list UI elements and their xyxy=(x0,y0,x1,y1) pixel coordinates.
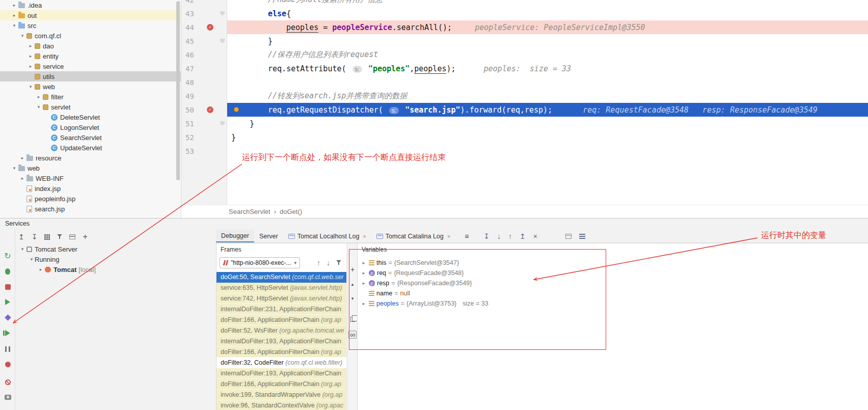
thread-dropdown[interactable]: "http-nio-8080-exec-... ▾ xyxy=(220,257,300,268)
chevron-right-icon[interactable]: ▸ xyxy=(361,281,367,286)
layout-menu-icon[interactable]: ≡ xyxy=(465,233,469,240)
show-watches-button[interactable]: ∞ xyxy=(347,331,358,339)
tree-item-servlet[interactable]: ▾servlet xyxy=(0,102,181,112)
frame-row[interactable]: internalDoFilter:193, ApplicationFilterC… xyxy=(216,368,346,379)
code-line-43[interactable]: else{ xyxy=(227,7,868,20)
chevron-right-icon[interactable]: ▸ xyxy=(361,270,367,276)
tree-item-web[interactable]: ▾web xyxy=(0,163,181,173)
frame-row[interactable]: doFilter:166, ApplicationFilterChain (or… xyxy=(216,315,346,325)
filter-icon[interactable] xyxy=(57,234,62,239)
breakpoint-icon[interactable]: ✓ xyxy=(207,24,213,31)
previous-frame-icon[interactable]: ↑ xyxy=(317,259,320,266)
deploy-button-icon[interactable] xyxy=(5,314,11,321)
breadcrumb-class[interactable]: SearchServlet xyxy=(229,208,270,215)
variable-row-peoples[interactable]: ▸peoples = {ArrayList@3753}size = 33 xyxy=(360,298,868,309)
copy-icon[interactable] xyxy=(350,317,355,322)
rerun-button-icon[interactable]: ↻ xyxy=(4,252,11,260)
tree-item-searchservlet[interactable]: CSearchServlet xyxy=(0,132,181,143)
chevron-down-icon[interactable]: ▾ xyxy=(28,84,34,89)
resume-button-icon[interactable] xyxy=(5,330,10,336)
screenshot-button-icon[interactable] xyxy=(5,395,11,400)
tree-item-utils[interactable]: utils xyxy=(0,71,181,81)
tab-tomcat-localhost-log[interactable]: Tomcat Localhost Log× xyxy=(283,230,371,242)
chevron-right-icon[interactable]: ▸ xyxy=(11,13,17,18)
chevron-right-icon[interactable]: ▸ xyxy=(361,301,367,306)
run-button[interactable] xyxy=(0,298,15,306)
tree-item-dao[interactable]: ▸dao xyxy=(0,41,181,51)
editor-code-area[interactable]: //name为null搜索所有用户信息else{peoples = people… xyxy=(227,0,868,205)
arrow-up-icon[interactable]: ↑ xyxy=(508,233,512,240)
pause-button[interactable] xyxy=(0,345,15,353)
chevron-down-icon[interactable]: ▾ xyxy=(19,33,25,38)
view-options-icon[interactable] xyxy=(69,234,75,239)
settings-sliders-icon[interactable] xyxy=(579,234,585,239)
close-icon[interactable]: × xyxy=(363,233,366,239)
tree-item-peopleinfo-jsp[interactable]: peopleinfo.jsp xyxy=(0,194,181,204)
code-line-51[interactable]: } xyxy=(227,117,868,130)
close-icon[interactable]: × xyxy=(447,233,450,239)
frame-row[interactable]: invoke:96, StandardContextValve (org.apa… xyxy=(216,400,346,410)
tree-item-filter[interactable]: ▸filter xyxy=(0,92,181,102)
scrollbar-thumb[interactable] xyxy=(176,1,180,180)
mute-breakpoints-button[interactable] xyxy=(0,378,15,386)
chevron-right-icon[interactable]: ▸ xyxy=(28,53,34,59)
services-tree-item-tomcat-server[interactable]: ▾Tomcat Server xyxy=(15,244,216,254)
tree-item-logonservlet[interactable]: CLogonServlet xyxy=(0,122,181,132)
chevron-right-icon[interactable]: ▸ xyxy=(361,260,367,265)
rerun-button[interactable]: ↻ xyxy=(0,252,15,260)
tree-item-search-jsp[interactable]: search.jsp xyxy=(0,204,181,214)
code-line-46[interactable]: //保存用户信息列表到request xyxy=(227,48,868,62)
move-down-button[interactable]: ▼ xyxy=(347,295,358,303)
stop-process-button-icon[interactable] xyxy=(5,362,11,367)
code-line-47[interactable]: req.setAttribute( s: "peoples",peoples);… xyxy=(227,62,868,75)
tree-item-deleteservlet[interactable]: CDeleteServlet xyxy=(0,112,181,122)
arrow-down-icon[interactable]: ↓ xyxy=(497,233,501,240)
frame-row[interactable]: internalDoFilter:193, ApplicationFilterC… xyxy=(216,336,346,347)
chevron-right-icon[interactable]: ▸ xyxy=(19,176,25,181)
chevron-right-icon[interactable]: ▸ xyxy=(36,94,42,99)
show-watches-icon[interactable]: ∞ xyxy=(348,331,357,339)
move-up-icon[interactable]: ▲ xyxy=(350,283,355,287)
next-frame-icon[interactable]: ↓ xyxy=(327,259,330,266)
frame-row[interactable]: doFilter:52, WsFilter (org.apache.tomcat… xyxy=(216,325,346,336)
tab-debugger[interactable]: Debugger xyxy=(216,230,254,242)
breadcrumb-method[interactable]: doGet() xyxy=(280,208,302,215)
variable-row-resp[interactable]: ▸presp = {ResponseFacade@3549} xyxy=(360,278,868,288)
code-line-49[interactable]: //转发到search.jsp并携带查询的数据 xyxy=(227,89,868,103)
stop-process-button[interactable] xyxy=(0,360,15,368)
tab-server[interactable]: Server xyxy=(254,230,283,242)
mute-breakpoints-button-icon[interactable] xyxy=(5,379,11,385)
tree-item-service[interactable]: ▸service xyxy=(0,61,181,71)
services-tree-item-running[interactable]: ▾Running xyxy=(15,254,216,264)
copy-button[interactable] xyxy=(347,315,358,323)
tree-item-index-jsp[interactable]: index.jsp xyxy=(0,183,181,194)
new-window-icon[interactable] xyxy=(565,234,572,239)
close-icon[interactable]: × xyxy=(533,233,537,240)
chevron-right-icon[interactable]: ▸ xyxy=(19,155,25,160)
code-line-44[interactable]: peoples = peopleService.searchAll();peop… xyxy=(227,20,868,34)
add-service-icon[interactable]: + xyxy=(83,233,87,241)
collapse-all-icon[interactable]: ↥ xyxy=(18,233,24,240)
expand-all-icon[interactable]: ↧ xyxy=(32,233,38,240)
arrow-to-bottom-icon[interactable]: ↧ xyxy=(483,233,490,240)
tree-item-entity[interactable]: ▸entity xyxy=(0,51,181,61)
frame-row[interactable]: internalDoFilter:231, ApplicationFilterC… xyxy=(216,304,346,315)
arrow-to-top-icon[interactable]: ↥ xyxy=(520,233,526,240)
frame-row[interactable]: doFilter:32, CodeFilter (com.qf.cl.web.f… xyxy=(216,358,346,368)
chevron-down-icon[interactable]: ▾ xyxy=(36,104,42,110)
tree-item-com-qf-cl[interactable]: ▾com.qf.cl xyxy=(0,31,181,41)
fold-marker-icon[interactable] xyxy=(220,39,225,43)
code-line-42[interactable]: //name为null搜索所有用户信息 xyxy=(227,0,868,7)
tree-item-src[interactable]: ▾src xyxy=(0,20,181,31)
chevron-down-icon[interactable]: ▾ xyxy=(19,247,25,252)
stop-button[interactable] xyxy=(0,283,15,291)
move-down-icon[interactable]: ▼ xyxy=(350,297,355,301)
code-line-52[interactable]: } xyxy=(227,130,868,144)
tab-tomcat-catalina-log[interactable]: Tomcat Catalina Log× xyxy=(371,230,455,242)
variable-row-name[interactable]: name = null xyxy=(360,288,868,298)
move-up-button[interactable]: ▲ xyxy=(347,281,358,289)
chevron-down-icon[interactable]: ▾ xyxy=(29,257,35,262)
deploy-button[interactable] xyxy=(0,313,15,321)
frame-row[interactable]: invoke:199, StandardWrapperValve (org.ap xyxy=(216,390,346,400)
screenshot-button[interactable] xyxy=(0,393,15,401)
